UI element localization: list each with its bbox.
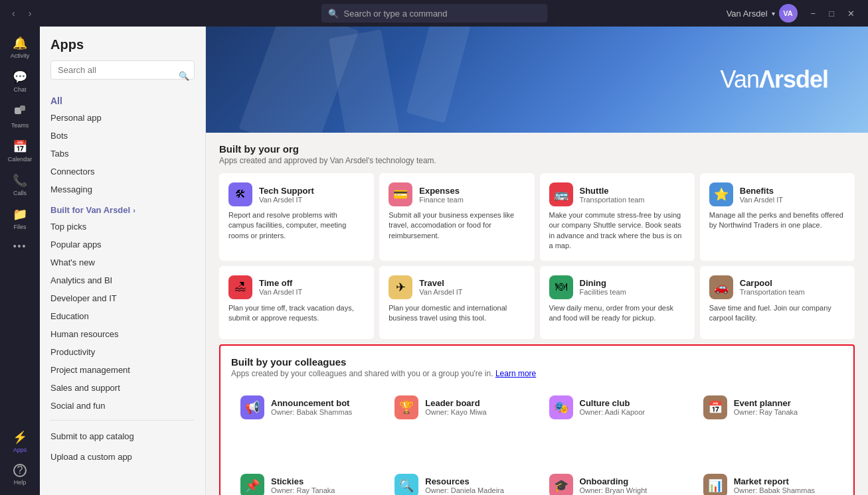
app-card-event-planner[interactable]: 📅 Event planner Owner: Ray Tanaka — [694, 386, 843, 459]
sidebar: 🔔 Activity 💬 Chat Teams 📅 Calendar 📞 Cal… — [0, 27, 40, 495]
minimize-button[interactable]: − — [806, 6, 822, 21]
panel-divider — [50, 420, 195, 421]
shuttle-icon: 🚌 — [549, 182, 573, 206]
svg-rect-1 — [20, 106, 25, 111]
chevron-down-icon: ▾ — [772, 10, 775, 17]
content-area: VanΛrsdel Built by your org Apps created… — [206, 27, 868, 495]
panel-item-sales-support[interactable]: Sales and support — [40, 379, 205, 397]
built-by-colleagues-section: Built by your colleagues Apps created by… — [219, 344, 855, 495]
search-all-input[interactable] — [50, 60, 195, 80]
sidebar-label-files: Files — [13, 224, 26, 230]
avatar: VA — [779, 4, 798, 23]
title-bar-right: Van Arsdel ▾ VA − □ ✕ — [727, 4, 860, 23]
travel-icon: ✈ — [389, 275, 412, 299]
app-card-stickies[interactable]: 📌 Stickies Owner: Ray Tanaka — [231, 464, 380, 495]
title-bar: ‹ › 🔍 Van Arsdel ▾ VA − □ ✕ — [0, 0, 868, 27]
maximize-button[interactable]: □ — [824, 6, 839, 21]
app-card-leader-board[interactable]: 🏆 Leader board Owner: Kayo Miwa — [385, 386, 534, 459]
window-controls: − □ ✕ — [806, 6, 860, 21]
sidebar-label-calendar: Calendar — [8, 156, 33, 163]
benefits-icon: ⭐ — [709, 182, 733, 206]
activity-icon: 🔔 — [13, 36, 27, 50]
panel-item-messaging[interactable]: Messaging — [40, 180, 205, 198]
resources-icon: 🔍 — [394, 474, 418, 495]
chevron-right-icon: › — [133, 206, 135, 214]
sidebar-label-calls: Calls — [13, 190, 27, 196]
panel-item-developer-it[interactable]: Developer and IT — [40, 289, 205, 307]
teams-icon — [13, 104, 27, 120]
app-card-expenses[interactable]: 💳 Expenses Finance team Submit all your … — [379, 173, 534, 261]
colleagues-apps-grid: 📢 Announcement bot Owner: Babak Shammas … — [231, 386, 843, 495]
app-card-culture-club[interactable]: 🎭 Culture club Owner: Aadi Kapoor — [540, 386, 689, 459]
panel-item-whats-new[interactable]: What's new — [40, 253, 205, 271]
panel-item-education[interactable]: Education — [40, 307, 205, 325]
sidebar-item-chat[interactable]: 💬 Chat — [3, 66, 37, 97]
app-card-tech-support[interactable]: 🛠 Tech Support Van Arsdel IT Report and … — [219, 173, 374, 261]
app-card-onboarding[interactable]: 🎓 Onboarding Owner: Bryan Wright — [540, 464, 689, 495]
search-all-container: 🔍 — [40, 60, 205, 90]
nav-back-button[interactable]: ‹ — [8, 5, 19, 21]
search-icon: 🔍 — [328, 9, 339, 19]
panel-item-productivity[interactable]: Productivity — [40, 343, 205, 361]
calls-icon: 📞 — [13, 173, 27, 188]
sidebar-item-activity[interactable]: 🔔 Activity — [3, 32, 37, 63]
app-card-shuttle[interactable]: 🚌 Shuttle Transportation team Make your … — [540, 173, 695, 261]
app-card-benefits[interactable]: ⭐ Benefits Van Arsdel IT Manage all the … — [700, 173, 855, 261]
chat-icon: 💬 — [13, 70, 27, 84]
app-card-market-report[interactable]: 📊 Market report Owner: Babak Shammas — [694, 464, 843, 495]
panel-item-human-resources[interactable]: Human resources — [40, 325, 205, 343]
panel-item-connectors[interactable]: Connectors — [40, 163, 205, 180]
app-card-travel[interactable]: ✈ Travel Van Arsdel IT Plan your domesti… — [379, 266, 534, 339]
apps-panel-title: Apps — [40, 37, 205, 60]
global-search-bar[interactable]: 🔍 — [321, 4, 547, 23]
panel-item-bots[interactable]: Bots — [40, 127, 205, 145]
sidebar-item-apps[interactable]: ⚡ Apps — [3, 426, 37, 457]
sidebar-item-calendar[interactable]: 📅 Calendar — [3, 135, 37, 167]
sidebar-item-more[interactable]: ••• — [3, 237, 37, 255]
nav-controls: ‹ › — [8, 5, 35, 21]
close-button[interactable]: ✕ — [842, 6, 860, 21]
panel-item-social-fun[interactable]: Social and fun — [40, 397, 205, 415]
tech-support-icon: 🛠 — [228, 182, 252, 206]
stickies-icon: 📌 — [240, 474, 264, 495]
nav-forward-button[interactable]: › — [25, 5, 36, 21]
panel-item-top-picks[interactable]: Top picks — [40, 218, 205, 236]
sidebar-item-files[interactable]: 📁 Files — [3, 203, 37, 234]
sidebar-item-help[interactable]: ? Help — [3, 460, 37, 490]
panel-item-upload-custom[interactable]: Upload a custom app — [40, 447, 205, 467]
sidebar-label-teams: Teams — [11, 122, 29, 129]
panel-item-tabs[interactable]: Tabs — [40, 145, 205, 163]
colleagues-subtitle: Apps created by your colleagues and shar… — [231, 369, 843, 378]
app-card-dining[interactable]: 🍽 Dining Facilities team View daily menu… — [540, 266, 695, 339]
hero-bg — [206, 27, 868, 133]
sidebar-item-teams[interactable]: Teams — [3, 100, 37, 133]
panel-item-analytics-bi[interactable]: Analytics and BI — [40, 271, 205, 289]
panel-item-project-management[interactable]: Project management — [40, 361, 205, 379]
culture-club-icon: 🎭 — [549, 395, 573, 419]
built-by-org-subtitle: Apps created and approved by Van Arsdel'… — [219, 156, 855, 165]
calendar-icon: 📅 — [13, 139, 27, 154]
sidebar-label-apps: Apps — [13, 447, 27, 453]
app-card-carpool[interactable]: 🚗 Carpool Transportation team Save time … — [700, 266, 855, 339]
expenses-icon: 💳 — [389, 182, 412, 206]
app-card-announcement-bot[interactable]: 📢 Announcement bot Owner: Babak Shammas — [231, 386, 380, 459]
more-icon: ••• — [13, 241, 27, 251]
sidebar-item-calls[interactable]: 📞 Calls — [3, 169, 37, 200]
built-by-org-section: Built by your org Apps created and appro… — [206, 133, 868, 344]
user-menu[interactable]: Van Arsdel ▾ VA — [727, 4, 798, 23]
panel-item-popular-apps[interactable]: Popular apps — [40, 236, 205, 253]
panel-item-personal-app[interactable]: Personal app — [40, 109, 205, 127]
apps-icon: ⚡ — [13, 430, 27, 445]
app-card-time-off[interactable]: 🏖 Time off Van Arsdel IT Plan your time … — [219, 266, 374, 339]
hero-banner: VanΛrsdel — [206, 27, 868, 133]
app-card-resources[interactable]: 🔍 Resources Owner: Daniela Madeira — [385, 464, 534, 495]
search-input[interactable] — [344, 9, 541, 19]
all-label[interactable]: All — [40, 90, 205, 109]
learn-more-link[interactable]: Learn more — [495, 369, 536, 378]
panel-item-submit-catalog[interactable]: Submit to app catalog — [40, 426, 205, 447]
announcement-bot-icon: 📢 — [240, 395, 264, 419]
user-name-label: Van Arsdel — [727, 9, 768, 19]
files-icon: 📁 — [13, 207, 27, 222]
colleagues-title: Built by your colleagues — [231, 356, 843, 368]
built-for-label[interactable]: Built for Van Arsdel › — [40, 198, 205, 218]
